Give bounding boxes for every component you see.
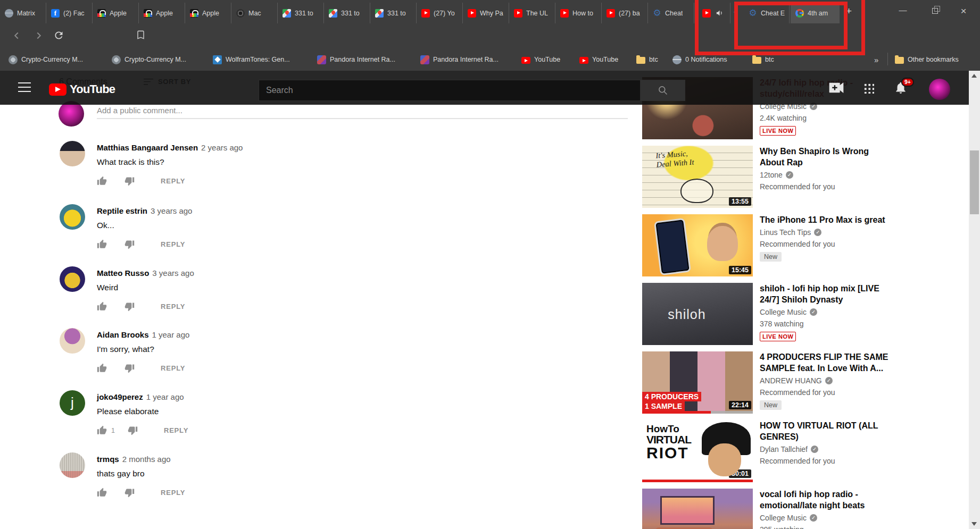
tab-apple-1[interactable]: Apple [93, 3, 139, 23]
reply-button[interactable]: REPLY [161, 364, 185, 372]
tab-apple-3[interactable]: Apple [185, 3, 231, 23]
comment-author[interactable]: Matthias Bangaard Jensen [97, 143, 198, 152]
comment-author[interactable]: trmqs [97, 455, 119, 464]
channel-name[interactable]: College Music [760, 308, 807, 316]
tab-youtube-3[interactable]: The UL [509, 3, 555, 23]
thumb-up-icon[interactable] [97, 301, 107, 312]
thumb-up-icon[interactable] [97, 488, 107, 498]
video-title[interactable]: 4 PRODUCERS FLIP THE SAME SAMPLE feat. I… [760, 351, 894, 374]
avatar[interactable] [60, 141, 85, 166]
thumb-down-icon[interactable] [124, 301, 135, 312]
reply-button[interactable]: REPLY [161, 177, 185, 185]
bookmark-youtube-2[interactable]: YouTube [579, 53, 618, 66]
search-button[interactable] [641, 80, 685, 101]
reload-icon[interactable] [53, 30, 64, 41]
account-avatar[interactable] [929, 79, 950, 100]
tab-youtube-playing[interactable] [697, 3, 730, 23]
thumb-up-icon[interactable] [97, 176, 107, 186]
video-title[interactable]: Why Ben Shapiro Is Wrong About Rap [760, 146, 894, 168]
current-user-avatar[interactable] [59, 101, 84, 127]
video-title[interactable]: HOW TO VIRTUAL RIOT (ALL GENRES) [760, 420, 894, 442]
tab-youtube-2[interactable]: Why Pa [463, 3, 509, 23]
comment-author[interactable]: Reptile estrin [97, 206, 147, 215]
reply-button[interactable]: REPLY [164, 426, 188, 434]
tab-mac[interactable]: Mac [231, 3, 278, 23]
scroll-down-icon[interactable] [971, 522, 977, 526]
reply-button[interactable]: REPLY [161, 240, 185, 248]
video-thumbnail[interactable]: It's Music,Deal With It 13:55 [642, 146, 753, 208]
hamburger-icon[interactable] [18, 82, 31, 92]
create-video-icon[interactable] [828, 82, 845, 94]
tab-scroll-left-icon[interactable]: ‹ [734, 7, 736, 16]
back-icon[interactable] [11, 30, 22, 41]
tab-maps-1[interactable]: 331 to [278, 3, 324, 23]
search-input[interactable]: Search [259, 80, 641, 101]
avatar[interactable] [60, 452, 85, 478]
thumb-up-icon[interactable] [97, 425, 107, 435]
window-minimize-button[interactable]: — [896, 5, 910, 14]
tab-cheat-engine-2[interactable]: ⚙Cheat E [744, 3, 790, 23]
channel-name[interactable]: College Music [760, 514, 807, 522]
comment-author[interactable]: Matteo Russo [97, 268, 149, 278]
apps-grid-icon[interactable] [863, 82, 874, 94]
bookmark-crypto-2[interactable]: Crypto-Currency M... [112, 53, 186, 66]
tab-apple-2[interactable]: Apple [139, 3, 185, 23]
other-bookmarks-folder[interactable]: Other bookmarks [895, 53, 959, 66]
channel-name[interactable]: ANDREW HUANG [760, 376, 822, 385]
channel-name[interactable]: Dylan Tallchief [760, 445, 808, 454]
scrollbar-thumb[interactable] [970, 150, 979, 214]
tab-youtube-5[interactable]: (27) ba [602, 3, 648, 23]
bookmark-folder-btc-1[interactable]: btc [636, 53, 658, 66]
avatar[interactable] [60, 204, 85, 230]
comment-author[interactable]: Aidan Brooks [97, 330, 149, 339]
window-close-button[interactable]: × [957, 5, 970, 17]
thumb-down-icon[interactable] [128, 425, 138, 435]
thumb-down-icon[interactable] [124, 363, 135, 373]
thumb-down-icon[interactable] [124, 176, 135, 186]
forward-icon[interactable] [33, 30, 45, 41]
tab-cheat-engine-1[interactable]: ⚙Cheat [648, 3, 694, 23]
channel-name[interactable]: 12tone [760, 171, 783, 179]
bookmark-crypto-1[interactable]: Crypto-Currency M... [9, 53, 83, 66]
thumb-up-icon[interactable] [97, 239, 107, 249]
video-title[interactable]: shiloh - lofi hip hop mix [LIVE 24/7] Sh… [760, 283, 894, 305]
channel-name[interactable]: Linus Tech Tips [760, 228, 811, 237]
avatar[interactable] [60, 328, 85, 354]
comment-author[interactable]: joko49perez [97, 392, 143, 401]
video-thumbnail[interactable]: HowToVIRTUALRIOT 30:01 [642, 420, 753, 482]
avatar[interactable] [60, 266, 85, 292]
tab-title: Mac [248, 10, 261, 17]
bookmark-youtube-1[interactable]: YouTube [521, 53, 560, 66]
page-scrollbar[interactable] [969, 71, 980, 529]
reply-button[interactable]: REPLY [161, 303, 185, 310]
bookmark-flag-icon[interactable] [136, 30, 146, 40]
video-thumbnail[interactable]: 4 PRODUCERS1 SAMPLE 22:14 [642, 351, 753, 414]
bookmark-folder-btc-2[interactable]: btc [752, 53, 774, 66]
tab-4th-amendment-active[interactable]: 4th am [791, 3, 840, 23]
thumb-down-icon[interactable] [124, 239, 135, 249]
scroll-up-icon[interactable] [971, 74, 977, 78]
tab-maps-3[interactable]: 331 to [370, 3, 417, 23]
tab-youtube-1[interactable]: (27) Yo [417, 3, 463, 23]
thumb-down-icon[interactable] [124, 488, 135, 498]
thumb-up-icon[interactable] [97, 363, 107, 373]
new-tab-icon[interactable]: + [846, 5, 852, 17]
video-thumbnail[interactable]: 15:45 [642, 214, 753, 276]
tab-youtube-4[interactable]: How to [555, 3, 602, 23]
avatar[interactable]: j [60, 390, 85, 416]
comment-input[interactable]: Add a public comment... [97, 106, 182, 115]
youtube-logo[interactable]: YouTube [49, 82, 115, 96]
bookmark-notifications[interactable]: 0 Notifications [672, 53, 727, 66]
video-thumbnail[interactable]: shiloh [642, 283, 753, 345]
tab-matrix[interactable]: Matrix [0, 3, 46, 23]
bookmarks-overflow-icon[interactable]: » [874, 53, 878, 66]
bookmark-pandora-2[interactable]: Pandora Internet Ra... [420, 53, 499, 66]
bookmark-wolframtones[interactable]: WolframTones: Gen... [213, 53, 290, 66]
reply-button[interactable]: REPLY [161, 489, 185, 497]
video-title[interactable]: vocal lofi hip hop radio - emotional/lat… [760, 489, 894, 511]
video-title[interactable]: The iPhone 11 Pro Max is great [760, 214, 894, 225]
tab-facebook[interactable]: f(2) Fac [46, 3, 93, 23]
tab-maps-2[interactable]: 331 to [324, 3, 370, 23]
bookmark-pandora-1[interactable]: Pandora Internet Ra... [317, 53, 395, 66]
video-thumbnail[interactable] [642, 489, 753, 529]
